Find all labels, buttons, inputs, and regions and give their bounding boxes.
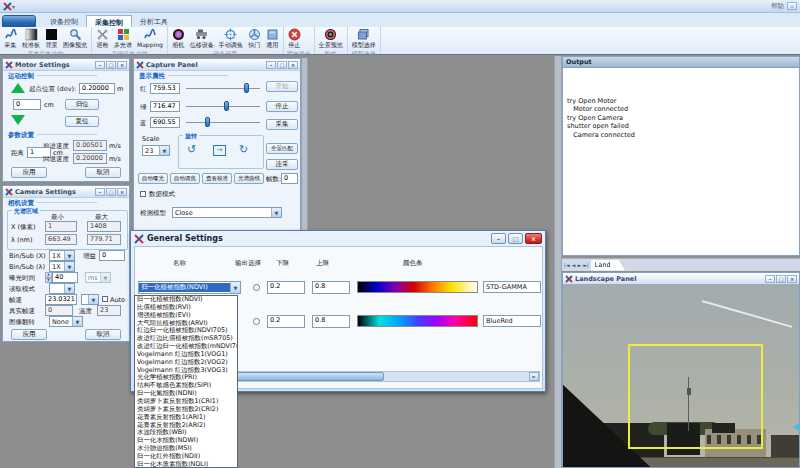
blue-wavelength-input[interactable]: 690.55 bbox=[150, 117, 180, 128]
framerate-auto-checkbox[interactable] bbox=[102, 296, 108, 302]
close-icon[interactable]: × bbox=[288, 61, 298, 69]
dropdown-item[interactable]: 改进红边归一化植被指数(mNDVI705) bbox=[135, 343, 237, 351]
dropdown-item[interactable]: 改进红边比值植被指数(mSR705) bbox=[135, 335, 237, 343]
dropdown-item[interactable]: 大气阻抗植被指数(ARVI) bbox=[135, 320, 237, 328]
red-slider-thumb[interactable] bbox=[244, 83, 249, 93]
scale-combo[interactable]: 23▼ bbox=[142, 145, 170, 156]
image-flip-combo[interactable]: None▼ bbox=[49, 316, 83, 327]
dropdown-item[interactable]: 归一化红外指数(NDII) bbox=[135, 453, 237, 461]
lower-limit-input[interactable]: 0.2 bbox=[267, 281, 305, 294]
tab-analysis-tools[interactable]: 分析工具 bbox=[132, 15, 176, 27]
dropdown-item[interactable]: 花青素反射指数2(ARI2) bbox=[135, 422, 237, 430]
bin-lambda-combo[interactable]: 1X▼ bbox=[49, 261, 75, 272]
close-icon[interactable]: × bbox=[525, 233, 542, 244]
blue-slider-thumb[interactable] bbox=[205, 117, 210, 127]
maximize-icon[interactable]: □ bbox=[106, 188, 116, 196]
move-down-button[interactable] bbox=[11, 115, 25, 125]
framerate-combo[interactable]: ▼ bbox=[81, 294, 99, 305]
calibration-board-button[interactable]: 校准板 bbox=[21, 28, 41, 50]
flip-horizontal-icon[interactable]: → bbox=[213, 145, 226, 156]
acquire-capture-button[interactable]: 采集 bbox=[266, 119, 298, 130]
read-mode-combo[interactable]: ▼ bbox=[49, 283, 75, 294]
start-button[interactable]: 开始 bbox=[266, 81, 298, 92]
inspection-button[interactable]: 巡检 bbox=[95, 28, 110, 50]
tab-last-icon[interactable]: ►| bbox=[583, 262, 589, 268]
dropdown-item[interactable]: 水分胁迫指数(MSI) bbox=[135, 445, 237, 453]
view-calibration-button[interactable]: 查看校准 bbox=[202, 173, 232, 184]
frame-count-input[interactable]: 0 bbox=[281, 173, 298, 184]
image-preview-button[interactable]: 图像预览 bbox=[62, 28, 88, 50]
blue-slider[interactable] bbox=[186, 117, 260, 127]
dropdown-item[interactable]: 归一化氮指数(NDNI) bbox=[135, 390, 237, 398]
dropdown-item[interactable]: 结构不敏感色素指数(SIPI) bbox=[135, 382, 237, 390]
tab-prev-icon[interactable]: ◄ bbox=[572, 262, 576, 268]
tab-next-icon[interactable]: ► bbox=[577, 262, 581, 268]
rotate-cw-icon[interactable]: ↻ bbox=[239, 144, 248, 156]
minimize-icon[interactable]: – bbox=[95, 61, 105, 69]
motor-cancel-button[interactable]: 取消 bbox=[85, 167, 121, 178]
exposure-spinner[interactable]: ▲▼40 bbox=[45, 272, 78, 283]
close-icon[interactable]: × bbox=[117, 61, 127, 69]
minimize-icon[interactable]: – bbox=[266, 61, 276, 69]
output-select-checkbox[interactable] bbox=[253, 284, 260, 291]
general-settings-button[interactable]: 通用 bbox=[265, 28, 280, 50]
close-icon[interactable]: × bbox=[117, 188, 127, 196]
index-combo[interactable]: 归一化植被指数(NDVI)▼ bbox=[138, 281, 241, 294]
shutter-button[interactable]: 快门 bbox=[247, 28, 262, 50]
stop-capture-button[interactable]: 停止 bbox=[266, 101, 298, 112]
dropdown-item[interactable]: 花青素反射指数1(ARI1) bbox=[135, 414, 237, 422]
move-up-button[interactable] bbox=[11, 83, 25, 93]
maximize-icon[interactable]: □ bbox=[508, 233, 523, 244]
dropdown-item[interactable]: 类胡萝卜素反射指数1(CRI1) bbox=[135, 398, 237, 406]
dropdown-item[interactable]: 比值植被指数(RVI) bbox=[135, 304, 237, 312]
scroll-right-icon[interactable]: ► bbox=[529, 372, 539, 381]
minimize-icon[interactable]: – bbox=[95, 188, 105, 196]
camera-settings-titlebar[interactable]: Camera Settings –□× bbox=[3, 186, 129, 198]
output-select-checkbox[interactable] bbox=[253, 318, 260, 325]
vertical-splitter[interactable] bbox=[301, 58, 308, 238]
gain-input[interactable]: 0 bbox=[99, 250, 125, 261]
manual-focus-button[interactable]: 手动调焦 bbox=[218, 28, 244, 50]
green-slider[interactable] bbox=[186, 101, 260, 111]
detect-model-combo[interactable]: Close▼ bbox=[172, 207, 282, 218]
dropdown-item[interactable]: 归一化植被指数(NDVI) bbox=[135, 296, 237, 304]
bin-x-combo[interactable]: 1X▼ bbox=[49, 250, 75, 261]
app-menu-button[interactable] bbox=[2, 15, 36, 27]
upper-limit-input[interactable]: 0.8 bbox=[312, 315, 350, 328]
camera-cancel-button[interactable]: 取消 bbox=[85, 329, 121, 340]
stage-device-button[interactable]: 位移设备 bbox=[189, 28, 215, 50]
auto-focus-button[interactable]: 自动调焦 bbox=[170, 173, 200, 184]
camera-apply-button[interactable]: 应用 bbox=[11, 329, 47, 340]
help-label[interactable]: 帮助 bbox=[771, 2, 784, 11]
jog-distance-input[interactable]: 0 bbox=[13, 99, 41, 110]
framerate-input[interactable]: 23.0321 bbox=[45, 294, 77, 305]
dropdown-item[interactable]: Vogelmann 红边指数3(VOG3) bbox=[135, 367, 237, 375]
motor-apply-button[interactable]: 应用 bbox=[11, 167, 47, 178]
mapping-button[interactable]: Mapping bbox=[136, 28, 164, 50]
tab-device-control[interactable]: 设备控制 bbox=[42, 15, 86, 27]
window-minimize-icon[interactable]: ▫ bbox=[787, 2, 797, 10]
quick-access-caret-icon[interactable]: ▾ bbox=[12, 3, 15, 10]
green-slider-thumb[interactable] bbox=[224, 101, 229, 111]
dropdown-item[interactable]: 归一化水指数(NDWI) bbox=[135, 437, 237, 445]
multispectral-button[interactable]: 多光谱 bbox=[113, 28, 133, 50]
dropdown-item[interactable]: 水波段指数(WBI) bbox=[135, 429, 237, 437]
roi-rectangle[interactable] bbox=[628, 344, 763, 449]
data-mode-checkbox[interactable] bbox=[140, 191, 146, 197]
red-wavelength-input[interactable]: 759.53 bbox=[150, 83, 180, 94]
dropdown-item[interactable]: Vogelmann 红边指数1(VOG1) bbox=[135, 351, 237, 359]
panorama-preview-button[interactable]: 全景预览 bbox=[318, 28, 344, 50]
tab-land[interactable]: Land bbox=[591, 260, 625, 271]
reset-button[interactable]: 复位 bbox=[65, 116, 99, 127]
green-wavelength-input[interactable]: 716.47 bbox=[150, 101, 180, 112]
minimize-icon[interactable]: – bbox=[491, 233, 506, 244]
lut-name-box[interactable]: STD-GAMMA bbox=[483, 281, 541, 293]
camera-button[interactable]: 相机 bbox=[171, 28, 186, 50]
dropdown-item[interactable]: 归一化木质素指数(NDLI) bbox=[135, 461, 237, 468]
upper-limit-input[interactable]: 0.8 bbox=[312, 281, 350, 294]
home-button[interactable]: 归位 bbox=[65, 99, 99, 110]
dropdown-item[interactable]: Vogelmann 红边指数2(VOG2) bbox=[135, 359, 237, 367]
capture-panel-titlebar[interactable]: Capture Panel –□× bbox=[134, 59, 300, 71]
rotate-ccw-icon[interactable]: ↺ bbox=[187, 144, 196, 156]
dropdown-item[interactable]: 类胡萝卜素反射指数2(CRI2) bbox=[135, 406, 237, 414]
